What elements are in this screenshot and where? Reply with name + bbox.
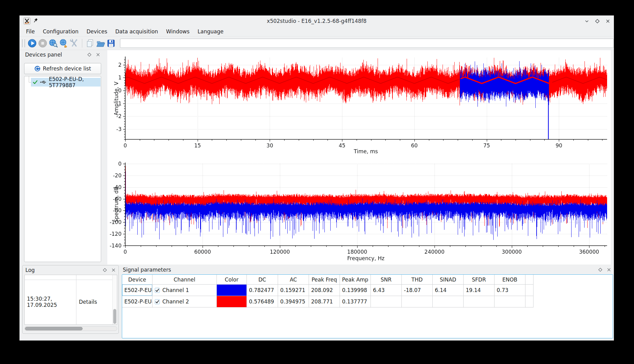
minimize-icon[interactable] — [584, 18, 590, 24]
cell-thd: -18.07 — [402, 285, 433, 296]
menu-item-configuration[interactable]: Configuration — [39, 27, 82, 36]
cell-sinad: 6.14 — [433, 285, 464, 296]
save-icon[interactable] — [106, 38, 116, 49]
channel-checkbox[interactable] — [155, 288, 160, 293]
float-panel-icon[interactable] — [87, 52, 92, 57]
log-panel-title: Log — [23, 267, 35, 273]
close-icon[interactable] — [605, 18, 611, 24]
cell-channel[interactable]: Channel 2 — [152, 296, 217, 307]
cell-peak-amp: 0.137777 — [340, 296, 371, 307]
float-panel-icon[interactable] — [598, 267, 603, 272]
cell-device[interactable]: E502-P-EU-... — [122, 285, 152, 296]
menu-item-data-acquisition[interactable]: Data acquisition — [111, 27, 162, 36]
column-header-color[interactable]: Color — [217, 275, 247, 285]
close-panel-icon[interactable] — [111, 268, 116, 273]
copy-icon[interactable] — [85, 38, 95, 49]
log-panel-header[interactable]: Log — [23, 265, 118, 275]
cell-snr — [371, 296, 402, 307]
signal-parameters-title: Signal parameters — [120, 267, 171, 273]
column-header-device[interactable]: Device — [122, 275, 152, 285]
start-icon[interactable] — [27, 38, 37, 49]
channel-label: Channel 1 — [162, 287, 189, 293]
channel-label: Channel 2 — [162, 298, 189, 305]
log-horizontal-scrollbar[interactable] — [24, 326, 117, 331]
cell-sinad — [433, 296, 464, 307]
column-header-filler — [525, 275, 533, 285]
titlebar[interactable]: x502studio - E16_v1.2.5-68-g4ff148f8 — [19, 15, 614, 27]
cell-enob — [495, 296, 525, 307]
toolbar-combo-field[interactable] — [120, 39, 614, 48]
log-table-header — [25, 275, 113, 280]
cell-thd — [402, 296, 433, 307]
device-search-icon[interactable] — [48, 38, 58, 49]
tools-icon — [69, 38, 79, 49]
column-header-ac[interactable]: AC — [278, 275, 309, 285]
time-plot-canvas[interactable] — [107, 51, 611, 156]
log-vertical-scrollbar[interactable] — [112, 275, 117, 324]
device-tree-item[interactable]: E502-P-EU-D, 5T779887 — [31, 78, 101, 87]
signal-parameters-header[interactable]: Signal parameters — [120, 265, 614, 274]
menu-item-file[interactable]: File — [22, 27, 39, 36]
cell-peak-freq: 208.771 — [309, 296, 340, 307]
log-horizontal-scrollbar-thumb[interactable] — [25, 327, 83, 330]
cell-color-swatch[interactable] — [217, 296, 247, 307]
cell-dc: 0.782477 — [247, 285, 278, 296]
window-title: x502studio - E16_v1.2.5-68-g4ff148f8 — [19, 15, 614, 27]
devices-panel-title: Devices panel — [22, 52, 62, 58]
cell-channel[interactable]: Channel 1 — [152, 285, 217, 296]
log-table[interactable]: 15:30:27, 17.09.2025 Details — [24, 275, 117, 325]
folder-open-icon[interactable] — [95, 38, 106, 49]
cell-color-swatch[interactable] — [217, 285, 247, 296]
column-header-sinad[interactable]: SINAD — [433, 275, 464, 285]
toolbar — [19, 36, 614, 50]
toolbar-handle[interactable] — [22, 39, 25, 47]
refresh-icon — [34, 66, 41, 72]
signal-parameters-table[interactable]: DeviceChannelColorDCACPeak FreqPeak AmpS… — [122, 274, 613, 338]
refresh-device-list-button[interactable]: Refresh device list — [24, 63, 101, 74]
spectrum-chart-xlabel: Frequency, Hz — [335, 255, 397, 262]
device-ok-check-icon — [33, 80, 38, 85]
devices-panel-header[interactable]: Devices panel — [22, 50, 103, 59]
cell-peak-amp: 0.139998 — [340, 285, 371, 296]
log-vertical-scrollbar-thumb[interactable] — [113, 309, 116, 324]
usb-icon — [40, 80, 47, 84]
spectrum-plot-canvas[interactable] — [107, 156, 611, 265]
column-header-peak-amp[interactable]: Peak Amp — [340, 275, 371, 285]
device-config-icon[interactable] — [58, 38, 69, 49]
float-panel-icon[interactable] — [102, 268, 107, 273]
signal-parameters-panel: Signal parameters DeviceChannelColorDCAC… — [120, 265, 614, 338]
devices-panel: Devices panel Refresh device list — [22, 50, 103, 264]
cell-device[interactable]: E502-P-EU-... — [122, 296, 152, 307]
cell-enob: 0.73 — [495, 285, 525, 296]
column-header-dc[interactable]: DC — [247, 275, 278, 285]
device-tree[interactable]: E502-P-EU-D, 5T779887 — [24, 76, 101, 262]
log-panel: Log 15:30:27, 17.09.2025 Details — [22, 265, 119, 334]
column-header-channel[interactable]: Channel — [152, 275, 217, 285]
channel-color-swatch — [217, 296, 246, 307]
channel-color-swatch — [217, 285, 246, 296]
restore-icon[interactable] — [594, 18, 600, 24]
channel-checkbox[interactable] — [155, 299, 160, 304]
window-controls — [584, 15, 611, 27]
cell-snr: 6.43 — [371, 285, 402, 296]
menu-item-language[interactable]: Language — [194, 27, 228, 36]
close-panel-icon[interactable] — [606, 267, 611, 272]
cell-dc: 0.576489 — [247, 296, 278, 307]
menubar: FileConfigurationDevicesData acquisition… — [19, 27, 614, 36]
column-header-sfdr[interactable]: SFDR — [464, 275, 495, 285]
column-header-enob[interactable]: ENOB — [495, 275, 525, 285]
desktop-background: x502studio - E16_v1.2.5-68-g4ff148f8 Fil… — [0, 0, 634, 364]
menu-item-windows[interactable]: Windows — [162, 27, 194, 36]
menu-item-devices[interactable]: Devices — [83, 27, 111, 36]
column-header-peak-freq[interactable]: Peak Freq — [309, 275, 340, 285]
cell-filler — [525, 285, 533, 296]
column-header-thd[interactable]: THD — [402, 275, 433, 285]
cell-ac: 0.159271 — [278, 285, 309, 296]
device-label: E502-P-EU-D, 5T779887 — [49, 76, 101, 88]
log-row-details[interactable]: Details — [76, 280, 113, 324]
time-chart-ylabel: Amplitude, V — [113, 68, 120, 129]
stop-icon — [37, 38, 48, 49]
time-chart-xlabel: Time, ms — [335, 148, 397, 155]
close-panel-icon[interactable] — [96, 52, 101, 57]
column-header-snr[interactable]: SNR — [371, 275, 402, 285]
